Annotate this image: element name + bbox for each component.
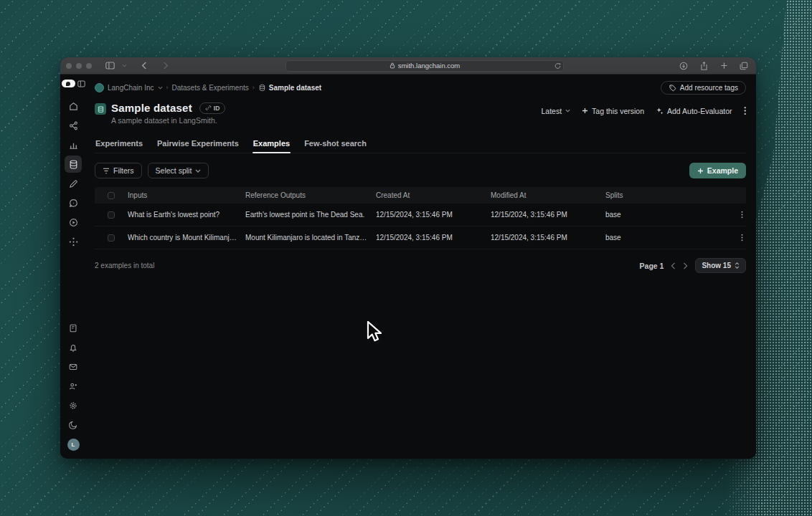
select-all-checkbox[interactable] xyxy=(108,192,115,199)
main-content: LangChain Inc › Datasets & Experiments ›… xyxy=(86,75,756,458)
chrome-toolbar-right xyxy=(677,60,750,72)
chat-feedback-icon[interactable] xyxy=(65,194,82,211)
playground-icon[interactable] xyxy=(65,214,82,231)
breadcrumb-org[interactable]: LangChain Inc xyxy=(108,84,154,92)
tracing-projects-icon[interactable] xyxy=(65,117,82,134)
close-window-button[interactable] xyxy=(66,63,72,69)
dark-mode-icon[interactable] xyxy=(65,416,82,434)
row-menu-icon[interactable] xyxy=(720,211,746,219)
browser-window: smith.langchain.com xyxy=(60,57,756,459)
lock-icon xyxy=(390,62,395,69)
dataset-icon xyxy=(95,103,106,115)
monitoring-icon[interactable] xyxy=(65,136,82,153)
previous-page-icon[interactable] xyxy=(671,262,676,269)
column-header-inputs[interactable]: Inputs xyxy=(128,191,245,199)
forward-button[interactable] xyxy=(159,60,172,72)
row-checkbox[interactable] xyxy=(108,211,115,219)
settings-icon[interactable] xyxy=(65,397,82,414)
home-icon[interactable] xyxy=(65,97,82,115)
cell-created-at: 12/15/2024, 3:15:46 PM xyxy=(376,234,491,242)
back-button[interactable] xyxy=(138,60,151,72)
row-checkbox[interactable] xyxy=(108,234,115,242)
table-header-row: Inputs Reference Outputs Created At Modi… xyxy=(95,187,746,204)
link-icon xyxy=(205,105,212,111)
langsmith-logo xyxy=(62,80,75,87)
column-header-splits[interactable]: Splits xyxy=(605,191,720,199)
page-size-selector[interactable]: Show 15 xyxy=(695,258,746,273)
add-example-label: Example xyxy=(707,166,738,175)
plus-icon xyxy=(582,108,588,114)
chevron-down-icon xyxy=(195,169,201,173)
examples-toolbar: Filters Select split Example xyxy=(95,163,746,178)
add-auto-evaluator-label: Add Auto-Evaluator xyxy=(667,107,732,115)
select-split-dropdown[interactable]: Select split xyxy=(148,163,209,178)
sidebar-rail: L xyxy=(60,75,86,458)
column-header-created-at[interactable]: Created At xyxy=(376,191,491,199)
cell-reference-outputs: Mount Kilimanjaro is located in Tanzania… xyxy=(245,234,376,242)
minimize-window-button[interactable] xyxy=(76,63,82,69)
docs-icon[interactable] xyxy=(65,320,82,337)
dataset-subtitle: A sample dataset in LangSmith. xyxy=(111,116,225,125)
add-auto-evaluator-button[interactable]: Add Auto-Evaluator xyxy=(656,107,732,115)
tab-experiments[interactable]: Experiments xyxy=(95,136,143,153)
breadcrumb-current: Sample dataset xyxy=(258,84,321,92)
new-tab-icon[interactable] xyxy=(717,60,730,72)
prompts-icon[interactable] xyxy=(65,233,82,250)
browser-sidebar-toggle-icon[interactable] xyxy=(103,60,116,72)
table-row[interactable]: What is Earth's lowest point? Earth's lo… xyxy=(95,204,746,226)
langsmith-app: L LangChain Inc › Datasets & Experiments… xyxy=(60,75,756,458)
tab-few-shot-search[interactable]: Few-shot search xyxy=(303,136,367,153)
reload-icon[interactable] xyxy=(554,62,561,70)
annotation-queues-icon[interactable] xyxy=(65,175,82,192)
dataset-id-badge[interactable]: ID xyxy=(199,102,226,114)
examples-table: Inputs Reference Outputs Created At Modi… xyxy=(95,187,746,249)
browser-chrome: smith.langchain.com xyxy=(60,57,756,75)
add-example-button[interactable]: Example xyxy=(689,163,746,178)
next-page-icon[interactable] xyxy=(683,262,688,269)
filter-icon xyxy=(103,168,110,174)
mail-icon[interactable] xyxy=(65,358,82,376)
notifications-icon[interactable] xyxy=(65,339,82,356)
invite-user-icon[interactable] xyxy=(65,378,82,395)
sidebar-collapse-icon[interactable] xyxy=(77,80,85,87)
cell-created-at: 12/15/2024, 3:15:46 PM xyxy=(376,211,491,219)
examples-total-label: 2 examples in total xyxy=(95,262,154,269)
tag-this-version-label: Tag this version xyxy=(592,107,644,115)
user-avatar[interactable]: L xyxy=(67,439,80,451)
datasets-icon[interactable] xyxy=(65,156,82,173)
filters-label: Filters xyxy=(113,166,134,175)
chevron-down-icon[interactable] xyxy=(121,60,128,72)
tab-pairwise-experiments[interactable]: Pairwise Experiments xyxy=(156,136,240,153)
version-selector[interactable]: Latest xyxy=(541,107,570,115)
dataset-actions: Latest Tag this version xyxy=(541,106,746,115)
page-indicator: Page 1 xyxy=(640,262,664,270)
row-menu-icon[interactable] xyxy=(720,234,746,242)
breadcrumb-section[interactable]: Datasets & Experiments xyxy=(172,84,249,92)
dataset-breadcrumb-icon xyxy=(258,84,266,92)
filters-button[interactable]: Filters xyxy=(95,163,142,178)
breadcrumb-separator: › xyxy=(252,84,255,91)
cell-inputs: Which country is Mount Kilimanjaro... xyxy=(128,234,245,242)
share-icon[interactable] xyxy=(697,60,710,72)
plus-icon xyxy=(697,168,704,174)
zoom-window-button[interactable] xyxy=(86,63,92,69)
org-switcher-chevron-icon[interactable] xyxy=(158,86,163,90)
cell-inputs: What is Earth's lowest point? xyxy=(128,211,245,219)
tag-this-version-button[interactable]: Tag this version xyxy=(582,107,644,115)
cell-modified-at: 12/15/2024, 3:15:46 PM xyxy=(491,211,605,219)
column-header-reference-outputs[interactable]: Reference Outputs xyxy=(245,191,376,199)
url-text: smith.langchain.com xyxy=(398,62,461,70)
tab-overview-icon[interactable] xyxy=(737,60,750,72)
table-row[interactable]: Which country is Mount Kilimanjaro... Mo… xyxy=(95,226,746,249)
more-options-icon[interactable] xyxy=(744,106,747,115)
downloads-icon[interactable] xyxy=(677,60,690,72)
page-size-label: Show 15 xyxy=(702,262,731,269)
column-header-modified-at[interactable]: Modified At xyxy=(491,191,605,199)
tab-examples[interactable]: Examples xyxy=(252,136,291,153)
select-split-label: Select split xyxy=(156,166,192,175)
app-topbar: LangChain Inc › Datasets & Experiments ›… xyxy=(95,75,746,100)
address-bar[interactable]: smith.langchain.com xyxy=(285,60,564,72)
tag-icon xyxy=(669,84,676,92)
tab-bar: Experiments Pairwise Experiments Example… xyxy=(95,136,746,153)
add-resource-tags-button[interactable]: Add resource tags xyxy=(661,81,746,95)
